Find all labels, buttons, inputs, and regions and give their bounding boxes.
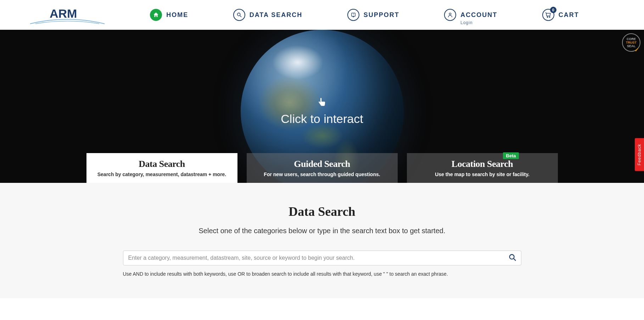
svg-point-5 [449,13,451,15]
nav-data-search[interactable]: DATA SEARCH [233,9,303,21]
nav-home-label: HOME [166,11,188,19]
tab-guided-search-sub: For new users, search through guided que… [264,172,380,177]
nav-home[interactable]: HOME [150,9,188,21]
page-subtitle: Select one of the categories below or ty… [0,227,644,235]
search-button[interactable] [506,252,519,265]
core-trust-seal[interactable]: CORE TRUST SEAL ✓ [622,33,640,52]
nav-data-search-label: DATA SEARCH [250,11,303,19]
search-input[interactable] [123,251,521,265]
pointer-icon [318,97,327,109]
globe-overlay[interactable]: Click to interact [281,97,363,126]
account-icon [444,9,456,21]
nav-account[interactable]: ACCOUNT Login [444,9,497,21]
search-tabs: Data Search Search by category, measurem… [86,153,558,183]
trust-line2: TRUST [626,41,637,44]
home-icon [150,9,162,21]
tab-data-search-title: Data Search [139,159,185,169]
svg-point-6 [547,17,548,17]
svg-text:ARM: ARM [50,7,77,20]
svg-point-1 [237,13,240,16]
search-icon [509,254,516,262]
header: ARM HOME DATA SEARCH ? SUPPORT [0,0,644,30]
search-hint: Use AND to include results with both key… [123,271,521,277]
trust-line1: CORE [627,37,636,41]
tab-data-search-sub: Search by category, measurement, datastr… [97,172,226,177]
main-search-section: Data Search Select one of the categories… [0,183,644,298]
svg-point-7 [549,17,550,17]
arm-logo-icon: ARM [28,4,106,26]
search-box [123,251,521,265]
nav-cart[interactable]: 0 CART [542,9,579,21]
logo[interactable]: ARM [28,4,128,26]
globe-interact-text: Click to interact [281,112,363,126]
check-icon: ✓ [634,48,639,52]
svg-point-8 [509,254,514,259]
nav-cart-label: CART [559,11,579,19]
search-icon [233,9,245,21]
support-icon: ? [347,9,359,21]
tab-data-search[interactable]: Data Search Search by category, measurem… [86,153,237,183]
beta-badge: Beta [503,152,519,159]
tab-guided-search-title: Guided Search [294,159,350,169]
tab-location-search[interactable]: Beta Location Search Use the map to sear… [407,153,558,183]
nav-support[interactable]: ? SUPPORT [347,9,399,21]
svg-text:?: ? [353,13,354,16]
svg-line-9 [514,259,516,261]
svg-line-2 [240,16,241,17]
nav-account-sublabel: Login [460,20,472,25]
tab-location-search-title: Location Search [452,159,513,169]
tab-guided-search[interactable]: Guided Search For new users, search thro… [247,153,398,183]
main-nav: HOME DATA SEARCH ? SUPPORT ACCOUNT Login [128,9,616,21]
cart-badge: 0 [550,7,556,13]
tab-location-search-sub: Use the map to search by site or facilit… [435,172,530,177]
nav-account-label: ACCOUNT [460,11,497,19]
hero: Click to interact CORE TRUST SEAL ✓ Data… [0,30,644,183]
nav-support-label: SUPPORT [364,11,399,19]
feedback-tab[interactable]: Feedback [635,138,644,171]
page-title: Data Search [0,204,644,219]
